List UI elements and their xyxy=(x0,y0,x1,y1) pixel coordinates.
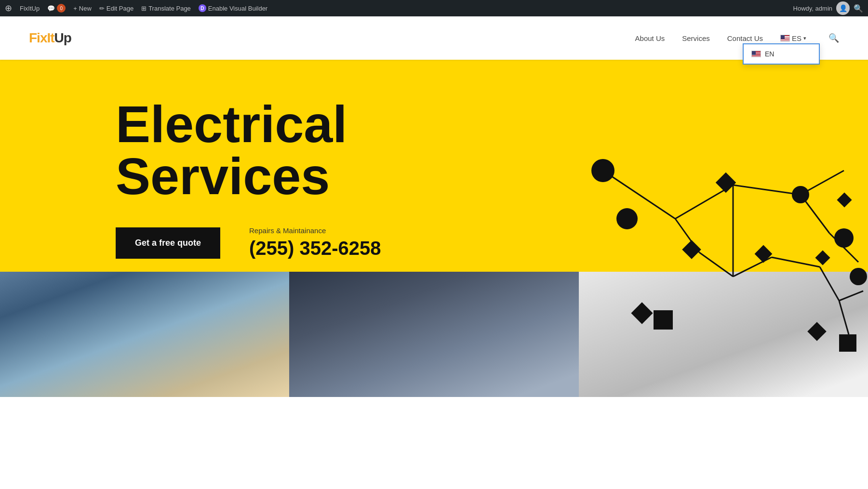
svg-line-2 xyxy=(733,185,801,195)
comment-icon: 💬 xyxy=(47,5,55,12)
nav-about[interactable]: About Us xyxy=(635,34,665,42)
language-dropdown: EN xyxy=(743,43,820,65)
get-quote-button[interactable]: Get a free quote xyxy=(116,227,220,259)
svg-point-23 xyxy=(792,186,809,203)
svg-rect-31 xyxy=(116,278,174,309)
svg-rect-30 xyxy=(87,284,202,384)
pencil-icon: ✏ xyxy=(99,5,105,12)
svg-line-0 xyxy=(603,171,675,219)
svg-rect-29 xyxy=(0,272,289,397)
edit-page-button[interactable]: ✏ Edit Page xyxy=(99,5,134,12)
comment-count: 0 xyxy=(57,4,66,13)
svg-line-13 xyxy=(839,301,849,334)
divi-icon: D xyxy=(199,4,206,12)
svg-rect-32 xyxy=(101,276,188,286)
svg-line-11 xyxy=(820,267,839,301)
svg-point-25 xyxy=(850,268,867,285)
nav-links: About Us Services Contact Us ES ▾ 🔍 xyxy=(635,33,839,43)
site-name-button[interactable]: FixItUp xyxy=(20,5,40,12)
svg-rect-27 xyxy=(839,334,856,352)
visual-builder-label: Enable Visual Builder xyxy=(208,5,267,12)
es-flag-icon xyxy=(780,35,790,41)
admin-bar-right: Howdy, admin 👤 🔍 xyxy=(793,1,863,15)
nav-services[interactable]: Services xyxy=(682,34,710,42)
hero-title: Electrical Services xyxy=(116,98,453,202)
nav-contact[interactable]: Contact Us xyxy=(727,34,763,42)
howdy-label: Howdy, admin xyxy=(793,5,832,12)
site-logo[interactable]: FixItUp xyxy=(29,30,71,46)
chevron-down-icon: ▾ xyxy=(803,35,806,41)
translate-button[interactable]: ⊞ Translate Page xyxy=(141,5,191,12)
main-navigation: FixItUp About Us Services Contact Us ES … xyxy=(0,16,868,60)
admin-avatar: 👤 xyxy=(836,1,850,15)
repairs-label: Repairs & Maintainance xyxy=(249,226,381,235)
svg-rect-18 xyxy=(807,322,827,341)
site-name-label: FixItUp xyxy=(20,5,40,12)
svg-rect-35 xyxy=(347,297,521,372)
svg-rect-20 xyxy=(837,192,852,207)
svg-rect-17 xyxy=(631,302,653,324)
en-flag-icon xyxy=(751,51,761,57)
edit-page-label: Edit Page xyxy=(107,5,134,12)
plus-icon: + xyxy=(73,5,77,12)
svg-point-36 xyxy=(401,289,467,356)
svg-rect-26 xyxy=(654,310,673,330)
phone-number: (255) 352-6258 xyxy=(249,238,381,259)
hero-title-text: Electrical Services xyxy=(116,95,347,205)
en-lang-label: EN xyxy=(765,50,774,58)
logo-up: Up xyxy=(54,30,71,45)
gallery-image-1 xyxy=(0,272,289,397)
svg-line-12 xyxy=(839,291,863,301)
wp-logo-button[interactable]: ⊕ xyxy=(5,3,12,13)
new-button[interactable]: + New xyxy=(73,5,92,12)
hero-cta-row: Get a free quote Repairs & Maintainance … xyxy=(116,226,868,259)
translate-icon: ⊞ xyxy=(141,5,147,12)
svg-point-21 xyxy=(591,159,614,182)
logo-it: It xyxy=(47,30,54,45)
admin-bar: ⊕ FixItUp 💬 0 + New ✏ Edit Page ⊞ Transl… xyxy=(0,0,868,16)
comments-button[interactable]: 💬 0 xyxy=(47,4,66,13)
lang-option-en[interactable]: EN xyxy=(744,44,819,64)
lang-code-label: ES xyxy=(792,34,801,42)
nav-search-icon[interactable]: 🔍 xyxy=(828,33,839,43)
logo-fix: Fix xyxy=(29,30,47,45)
admin-search-icon[interactable]: 🔍 xyxy=(854,4,863,13)
wp-icon: ⊕ xyxy=(5,3,12,13)
language-switcher[interactable]: ES ▾ xyxy=(780,34,806,42)
hero-section: Electrical Services Get a free quote Rep… xyxy=(0,60,868,397)
svg-rect-37 xyxy=(405,341,463,378)
translate-label: Translate Page xyxy=(148,5,191,12)
new-label: New xyxy=(79,5,92,12)
svg-rect-33 xyxy=(174,322,231,366)
visual-builder-button[interactable]: D Enable Visual Builder xyxy=(199,4,267,12)
phone-block: Repairs & Maintainance (255) 352-6258 xyxy=(249,226,381,259)
